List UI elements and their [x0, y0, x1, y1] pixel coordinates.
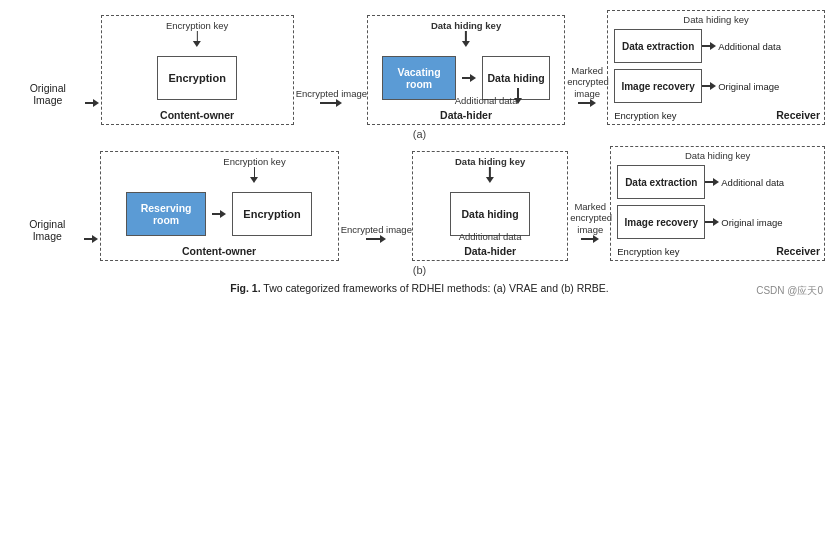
arrow-to-orig-b [705, 218, 719, 226]
data-extraction-box-b: Data extraction [617, 165, 705, 199]
encryption-box-a: Encryption [157, 56, 237, 100]
orig-image-label-b: Original Image [14, 218, 81, 243]
caption-a: (a) [14, 128, 825, 140]
watermark: CSDN @应天0 [756, 284, 823, 298]
data-hider-label-a: Data-hider [440, 109, 492, 121]
data-hider-label-b: Data-hider [464, 245, 516, 257]
image-recovery-row-a: Image recovery Original image [614, 69, 816, 103]
arrow-marked-enc-a: Marked encrypted image [567, 65, 607, 107]
additional-data-out-b: Additional data [721, 177, 784, 188]
arrow-marked-enc-b: Marked encrypted image [570, 201, 610, 243]
receiver-box-b: Data hiding key Data extraction Addition… [610, 146, 825, 261]
vacating-room-box-a: Vacating room [382, 56, 456, 100]
arrow-to-addl-a [702, 42, 716, 50]
data-extraction-row-a: Data extraction Additional data [614, 29, 816, 63]
content-owner-label-a: Content-owner [160, 109, 234, 121]
data-hider-box-a: Data hiding key Vacating room [367, 15, 565, 125]
content-owner-box-a: Encryption key Encryption Content-owner [101, 15, 294, 125]
arrow-orig-to-co-b [84, 235, 98, 243]
enc-key-bottom-a: Encryption key [614, 110, 676, 121]
reserving-room-box-b: Reserving room [126, 192, 206, 236]
additional-data-label-a: Additional data [455, 95, 518, 106]
arrow-orig-to-enc-a [85, 99, 99, 107]
data-extraction-row-b: Data extraction Additional data [617, 165, 816, 199]
arrow-to-addl-b [705, 178, 719, 186]
enc-key-label-a: Encryption key [166, 20, 228, 31]
encryption-box-b: Encryption [232, 192, 312, 236]
enc-key-label-b: Encryption key [223, 156, 285, 167]
orig-image-out-b: Original image [721, 217, 782, 228]
orig-image-label-a: Original Image [14, 82, 82, 107]
receiver-box-a: Data hiding key Data extraction Addition… [607, 10, 825, 125]
additional-data-label-b: Additional data [459, 231, 522, 242]
orig-image-out-a: Original image [718, 81, 779, 92]
diagram-a: Original Image Encryption key Encryption [14, 10, 825, 140]
content-owner-box-b: Encryption key Reserving room Encryption [100, 151, 339, 261]
image-recovery-box-b: Image recovery [617, 205, 705, 239]
image-recovery-box-a: Image recovery [614, 69, 702, 103]
arrow-res-to-enc-b [212, 210, 226, 218]
figure-caption: Fig. 1. Two categorized frameworks of RD… [14, 282, 825, 294]
arrow-to-orig-a [702, 82, 716, 90]
data-hiding-key-label-a: Data hiding key [431, 20, 501, 31]
diagram-b: Original Image Encryption key Reserving [14, 146, 825, 276]
data-hider-box-b: Data hiding key Data hiding Additional d… [412, 151, 568, 261]
data-extraction-box-a: Data extraction [614, 29, 702, 63]
arrow-enc-img-a: Encrypted image [296, 88, 367, 107]
additional-data-out-a: Additional data [718, 41, 781, 52]
arrow-vacating-to-datahiding-a [462, 74, 476, 82]
enc-key-bottom-b: Encryption key [617, 246, 679, 257]
receiver-label-b: Receiver [776, 245, 820, 257]
image-recovery-row-b: Image recovery Original image [617, 205, 816, 239]
receiver-label-a: Receiver [776, 109, 820, 121]
content-owner-label-b: Content-owner [182, 245, 256, 257]
caption-b: (b) [14, 264, 825, 276]
data-hiding-key-label-b: Data hiding key [455, 156, 525, 167]
arrow-enc-img-b: Encrypted image [341, 224, 412, 243]
